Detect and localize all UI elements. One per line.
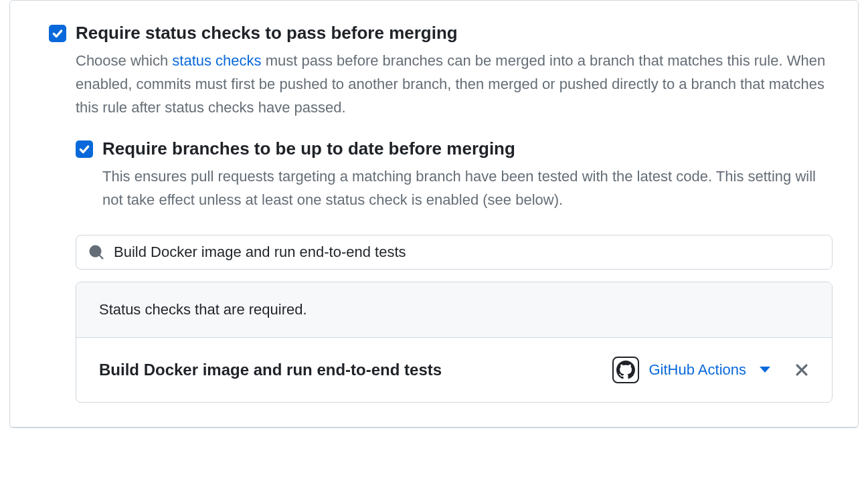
required-status-checks-box: Status checks that are required. Build D… xyxy=(76,282,833,403)
remove-check-button[interactable] xyxy=(794,363,809,377)
require-status-checks-content: Require status checks to pass before mer… xyxy=(76,22,833,119)
status-check-search-input[interactable] xyxy=(114,244,820,261)
status-checks-link[interactable]: status checks xyxy=(172,52,261,69)
desc-prefix: Choose which xyxy=(76,52,172,69)
require-up-to-date-content: Require branches to be up to date before… xyxy=(102,138,833,211)
required-status-check-item: Build Docker image and run end-to-end te… xyxy=(76,338,832,402)
required-check-name: Build Docker image and run end-to-end te… xyxy=(99,361,604,379)
require-up-to-date-desc: This ensures pull requests targeting a m… xyxy=(102,165,833,211)
search-icon xyxy=(88,244,104,260)
github-icon xyxy=(612,357,639,383)
caret-down-icon xyxy=(760,367,770,373)
require-status-checks-option: Require status checks to pass before mer… xyxy=(49,22,833,119)
status-checks-section: Require status checks to pass before mer… xyxy=(10,1,858,427)
require-status-checks-checkbox[interactable] xyxy=(49,25,66,42)
require-up-to-date-option: Require branches to be up to date before… xyxy=(76,138,833,211)
require-status-checks-title: Require status checks to pass before mer… xyxy=(76,22,833,45)
require-up-to-date-title: Require branches to be up to date before… xyxy=(102,138,833,161)
require-up-to-date-checkbox[interactable] xyxy=(76,140,93,158)
required-check-app-name: GitHub Actions xyxy=(648,361,746,379)
required-check-app-selector[interactable]: GitHub Actions xyxy=(612,357,770,383)
status-check-search-container xyxy=(76,235,833,270)
require-status-checks-desc: Choose which status checks must pass bef… xyxy=(76,49,833,120)
branch-protection-section: Require status checks to pass before mer… xyxy=(9,0,859,428)
status-check-search-box[interactable] xyxy=(76,235,833,270)
required-status-checks-header: Status checks that are required. xyxy=(76,282,832,338)
